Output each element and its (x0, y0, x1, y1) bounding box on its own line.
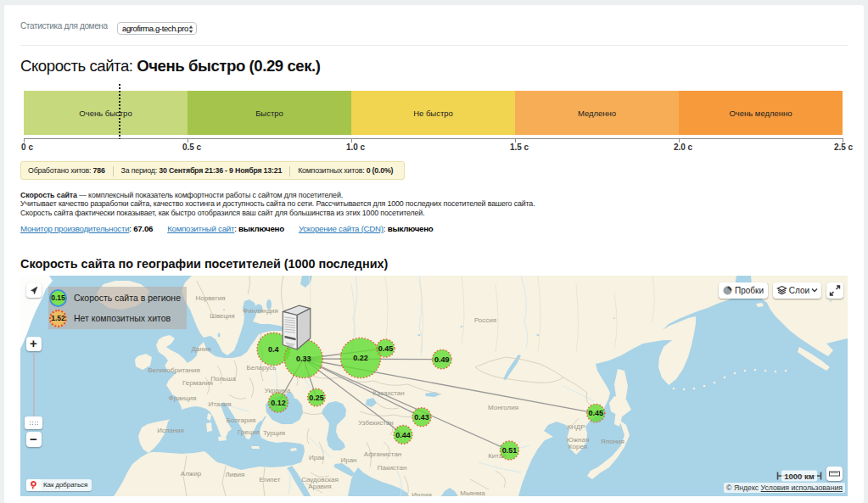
svg-text:Греция: Греция (238, 428, 260, 436)
svg-text:Норвегия: Норвегия (195, 294, 225, 302)
svg-text:Япония: Япония (601, 438, 624, 445)
svg-text:0.45: 0.45 (588, 409, 603, 417)
svg-text:0.4: 0.4 (268, 345, 279, 354)
svg-text:Пакистан: Пакистан (378, 464, 407, 472)
svg-text:КНДР: КНДР (567, 423, 585, 431)
svg-text:Иран: Иран (340, 456, 356, 464)
svg-text:0.43: 0.43 (414, 413, 429, 422)
svg-text:Франция: Франция (169, 394, 197, 402)
svg-text:Египет: Египет (260, 476, 281, 483)
svg-text:Италия: Италия (208, 400, 231, 408)
svg-text:Турция: Турция (263, 429, 285, 437)
svg-text:Германия: Германия (182, 379, 213, 387)
svg-text:0.12: 0.12 (271, 399, 286, 407)
svg-text:Дания: Дания (191, 345, 210, 353)
svg-text:Великобритания: Великобритания (148, 366, 199, 374)
svg-text:Монголия: Монголия (488, 404, 518, 411)
svg-text:Аравия: Аравия (308, 483, 331, 490)
svg-text:Корея: Корея (568, 443, 587, 450)
svg-text:0.51: 0.51 (502, 446, 518, 455)
svg-text:Швеция: Швеция (210, 312, 234, 320)
svg-text:0.44: 0.44 (395, 431, 411, 439)
svg-text:Финляндия: Финляндия (243, 307, 278, 315)
svg-text:Россия: Россия (474, 316, 496, 324)
svg-text:0.25: 0.25 (309, 394, 324, 402)
svg-text:0.22: 0.22 (353, 354, 368, 362)
svg-text:0.45: 0.45 (378, 344, 394, 353)
svg-text:Мьянма: Мьянма (460, 489, 485, 496)
svg-text:Болгария: Болгария (227, 416, 256, 424)
svg-text:Индия: Индия (412, 491, 432, 496)
svg-text:Ирак: Ирак (309, 454, 325, 461)
svg-text:Ливия: Ливия (226, 471, 245, 478)
svg-text:Афганистан: Афганистан (364, 450, 402, 458)
svg-text:Польша: Польша (210, 375, 236, 383)
svg-text:1000 км: 1000 км (784, 472, 815, 481)
svg-text:0.49: 0.49 (434, 355, 450, 364)
svg-text:Алжир: Алжир (181, 470, 202, 478)
svg-text:Испания: Испания (157, 427, 184, 434)
svg-text:0.33: 0.33 (296, 355, 311, 363)
